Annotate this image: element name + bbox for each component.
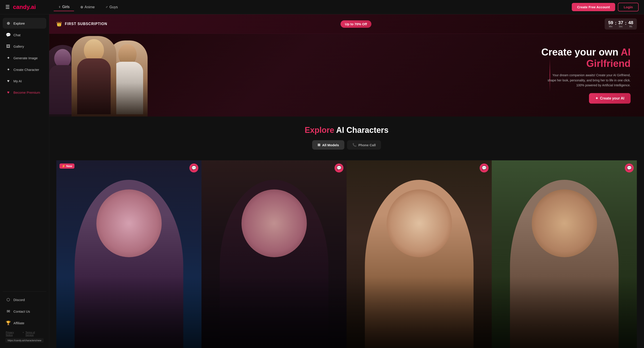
lightning-icon: ⚡ — [62, 164, 65, 168]
chat-icon: 💬 — [6, 32, 11, 37]
timer-sep-1: : — [615, 20, 616, 28]
filter-phone-call[interactable]: 📞 Phone Call — [347, 140, 381, 150]
banner-discount: Up to 70% Off — [340, 20, 372, 28]
banner-left: 👑 FIRST SUBSCRIPTION — [56, 21, 107, 26]
sidebar-generate-label: Generate Image — [14, 56, 38, 60]
new-badge-1: ⚡ New — [60, 164, 74, 169]
char-1-face — [96, 190, 162, 257]
nav-tabs: ♀ Girls ⊕ Anime ♂ Guys — [54, 3, 572, 11]
filter-all-models[interactable]: ⊞ All Models — [312, 140, 344, 150]
nav-tab-girls[interactable]: ♀ Girls — [54, 3, 74, 11]
sidebar-item-discord[interactable]: ⬡ Discord — [3, 294, 46, 305]
sidebar-item-my-ai[interactable]: ♥ My AI — [3, 76, 46, 86]
character-card-4[interactable]: 💬 — [492, 160, 637, 348]
char-4-face — [532, 190, 597, 257]
hero-content: Create your own AI Girlfriend Your dream… — [519, 46, 630, 104]
char-3-face — [386, 190, 452, 257]
character-card-1[interactable]: ⚡ New 💬 — [56, 160, 202, 348]
chat-button-1[interactable]: 💬 — [190, 164, 198, 172]
sidebar-item-gallery[interactable]: 🖼 Gallery — [3, 41, 46, 52]
hero-description: Your dream companion awaits! Create your… — [546, 73, 630, 88]
timer-minutes: 59 — [608, 20, 613, 25]
char-3-overlay — [346, 276, 492, 348]
logo-tld: .ai — [29, 4, 36, 10]
my-ai-icon: ♥ — [6, 79, 11, 84]
crown-icon: 👑 — [56, 21, 62, 26]
timer-sep-2: : — [625, 20, 626, 28]
subscription-banner[interactable]: 👑 FIRST SUBSCRIPTION Up to 70% Off 59 Mi… — [49, 14, 644, 34]
hero-title: Create your own AI Girlfriend — [519, 46, 630, 69]
explore-title-suffix: AI Characters — [334, 126, 389, 135]
url-bar: https://candy.ai/characters/new — [5, 338, 44, 343]
sidebar-item-affiliate[interactable]: 🏆 Affiliate — [3, 318, 46, 328]
hero-section: Create your own AI Girlfriend Your dream… — [49, 34, 644, 116]
all-models-icon: ⊞ — [318, 143, 320, 147]
chat-button-2[interactable]: 💬 — [334, 164, 344, 172]
sidebar-item-premium[interactable]: ♥ Become Premium — [3, 87, 46, 98]
generate-icon: ✦ — [6, 56, 11, 60]
sidebar-item-generate-image[interactable]: ✦ Generate Image — [3, 52, 46, 63]
create-ai-label: Create your AI — [600, 96, 624, 100]
sidebar-create-char-label: Create Character — [14, 68, 39, 72]
explore-section: Explore AI Characters ⊞ All Models 📞 Pho… — [49, 116, 644, 160]
privacy-link[interactable]: Privacy Notice — [6, 331, 21, 336]
guys-icon: ♂ — [105, 5, 108, 9]
character-card-2[interactable]: 💬 — [202, 160, 346, 348]
timer-seconds-block: 37 Sec — [618, 20, 623, 28]
main-content: 👑 FIRST SUBSCRIPTION Up to 70% Off 59 Mi… — [49, 14, 644, 348]
gallery-icon: 🖼 — [6, 44, 11, 49]
header: ☰ candy.ai ♀ Girls ⊕ Anime ♂ Guys Create… — [0, 0, 644, 14]
header-actions: Create Free Account Login — [572, 3, 639, 12]
character-card-3[interactable]: 💬 — [346, 160, 492, 348]
sidebar-item-chat[interactable]: 💬 Chat — [3, 30, 46, 40]
timer-min-label: Min — [608, 25, 613, 28]
phone-icon: 📞 — [352, 143, 357, 147]
sidebar-bottom: ⬡ Discord ✉ Contact Us 🏆 Affiliate Priva… — [3, 292, 46, 344]
sidebar-footer: Privacy Notice • Terms of Service — [3, 329, 46, 338]
create-ai-button[interactable]: ✦ Create your AI — [589, 93, 630, 104]
sidebar-item-contact[interactable]: ✉ Contact Us — [3, 306, 46, 317]
nav-tab-anime[interactable]: ⊕ Anime — [76, 3, 99, 11]
wand-icon: ✦ — [595, 96, 598, 101]
char-2-face — [241, 190, 306, 257]
sidebar-affiliate-label: Affiliate — [14, 321, 24, 325]
timer-ms-block: 48 Ms — [628, 20, 633, 28]
sidebar-item-explore[interactable]: ⊕ Explore — [3, 18, 46, 29]
char-1-overlay — [56, 276, 202, 348]
premium-icon: ♥ — [6, 90, 11, 95]
timer-seconds: 37 — [618, 20, 623, 25]
chat-button-4[interactable]: 💬 — [625, 164, 634, 172]
hamburger-button[interactable]: ☰ — [5, 4, 10, 10]
nav-tab-guys[interactable]: ♂ Guys — [101, 3, 122, 11]
explore-icon: ⊕ — [6, 21, 11, 26]
timer-minutes-block: 59 Min — [608, 20, 613, 28]
login-button[interactable]: Login — [618, 3, 639, 12]
explore-title-highlight: Explore — [305, 126, 334, 135]
countdown-timer: 59 Min : 37 Sec : 48 Ms — [605, 18, 637, 30]
nav-tab-girls-label: Girls — [62, 5, 70, 9]
sidebar-premium-label: Become Premium — [14, 90, 40, 94]
phone-call-label: Phone Call — [358, 143, 376, 147]
timer-sec-label: Sec — [618, 25, 623, 28]
create-account-button[interactable]: Create Free Account — [572, 3, 615, 11]
sidebar-chat-label: Chat — [14, 33, 20, 37]
char-4-overlay — [492, 276, 637, 348]
banner-label: FIRST SUBSCRIPTION — [65, 22, 107, 26]
char-2-overlay — [202, 276, 346, 348]
terms-link[interactable]: Terms of Service — [26, 331, 43, 336]
nav-tab-guys-label: Guys — [109, 5, 118, 9]
affiliate-icon: 🏆 — [6, 320, 11, 326]
explore-title: Explore AI Characters — [56, 126, 637, 135]
sidebar-my-ai-label: My AI — [14, 79, 22, 83]
sidebar: ⊕ Explore 💬 Chat 🖼 Gallery ✦ Generate Im… — [0, 14, 49, 348]
chat-button-3[interactable]: 💬 — [480, 164, 488, 172]
sidebar-gallery-label: Gallery — [14, 44, 24, 48]
sidebar-item-create-character[interactable]: ✦ Create Character — [3, 64, 46, 75]
timer-ms: 48 — [628, 20, 633, 25]
sidebar-contact-label: Contact Us — [14, 310, 30, 313]
create-char-icon: ✦ — [6, 67, 11, 72]
new-label: New — [66, 164, 72, 168]
logo[interactable]: candy.ai — [13, 4, 45, 10]
anime-icon: ⊕ — [80, 5, 83, 9]
discord-icon: ⬡ — [6, 297, 11, 302]
